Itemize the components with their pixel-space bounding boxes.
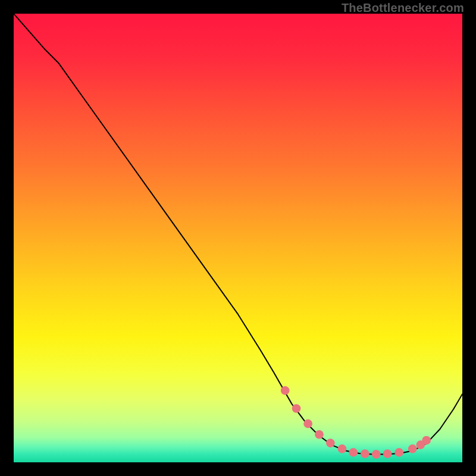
optimal-dot: [422, 436, 431, 444]
optimal-dot: [315, 430, 324, 439]
optimal-dot: [304, 419, 312, 428]
optimal-dot: [327, 439, 335, 447]
optimal-dot: [361, 450, 369, 458]
optimal-dot: [349, 449, 358, 457]
optimal-dot: [409, 445, 417, 453]
plot-svg: [14, 14, 462, 462]
gradient-rect: [14, 14, 462, 462]
optimal-dot: [395, 449, 403, 457]
optimal-dot: [338, 445, 346, 453]
watermark-text: TheBottlenecker.com: [342, 1, 464, 15]
optimal-dot: [372, 450, 380, 459]
optimal-dot: [281, 387, 289, 395]
optimal-dot: [292, 405, 300, 413]
chart-stage: TheBottlenecker.com: [0, 0, 476, 476]
optimal-dot: [383, 450, 392, 458]
plot-area: [14, 14, 462, 462]
